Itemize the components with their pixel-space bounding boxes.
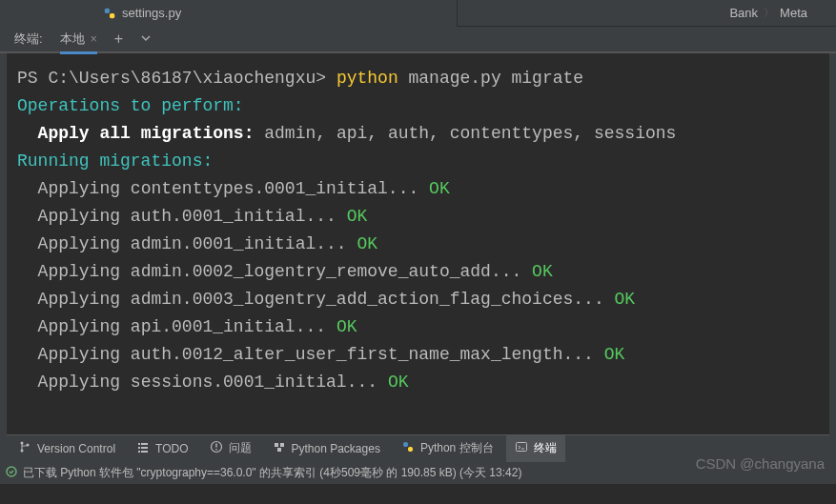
- python-file-icon: [103, 7, 116, 20]
- migration-line: Applying sessions.0001_initial...: [38, 373, 377, 392]
- toolbar-item-python-packages[interactable]: Python Packages: [264, 435, 389, 462]
- toolbar-item-label: 问题: [229, 440, 252, 456]
- breadcrumb-item[interactable]: Meta: [780, 6, 807, 20]
- terminal-panel-title: 终端:: [14, 30, 43, 48]
- branch-icon: [18, 440, 31, 456]
- new-terminal-button[interactable]: +: [114, 30, 123, 48]
- migration-status-ok: OK: [347, 207, 368, 226]
- svg-rect-5: [138, 443, 140, 445]
- download-complete-icon: [6, 466, 17, 480]
- left-gutter: [0, 53, 7, 454]
- toolbar-item-label: Python Packages: [292, 442, 380, 455]
- migration-line: Applying admin.0003_logentry_add_action_…: [38, 290, 604, 309]
- shell-prompt: PS C:\Users\86187\xiaochengxu>: [17, 69, 326, 88]
- migration-line: Applying admin.0002_logentry_remove_auto…: [38, 262, 522, 281]
- right-gutter: [829, 53, 836, 454]
- apply-all-targets: admin, api, auth, contenttypes, sessions: [264, 124, 676, 143]
- migration-status-ok: OK: [357, 234, 377, 253]
- svg-rect-12: [215, 444, 216, 448]
- migration-status-ok: OK: [388, 373, 409, 392]
- migration-line: Applying auth.0012_alter_user_first_name…: [38, 345, 594, 364]
- terminal-tool-strip: 终端: 本地 × +: [0, 27, 836, 53]
- svg-rect-15: [280, 443, 284, 447]
- editor-top-bar: settings.py Bank 〉 Meta: [0, 0, 836, 27]
- command-args: manage.py migrate: [409, 69, 584, 88]
- bottom-toolbar: Version ControlTODO问题Python PackagesPyth…: [0, 434, 836, 461]
- terminal-output[interactable]: PS C:\Users\86187\xiaochengxu> python ma…: [0, 53, 836, 434]
- migration-status-ok: OK: [429, 179, 450, 198]
- migration-status-ok: OK: [615, 290, 636, 309]
- terminal-dropdown-button[interactable]: [140, 30, 152, 48]
- terminal-icon: [515, 440, 528, 456]
- svg-rect-13: [215, 449, 216, 450]
- svg-rect-0: [105, 8, 110, 12]
- migration-line: Applying admin.0001_initial...: [38, 234, 347, 253]
- migration-line: Applying auth.0001_initial...: [38, 207, 336, 226]
- status-bar: 已下载 Python 软件包 "cryptography==36.0.0" 的共…: [0, 461, 836, 484]
- svg-rect-19: [516, 443, 526, 452]
- toolbar-item-todo[interactable]: TODO: [128, 435, 196, 462]
- python-icon: [401, 440, 415, 456]
- toolbar-item-label: TODO: [155, 442, 188, 455]
- svg-rect-9: [138, 451, 140, 453]
- svg-rect-10: [141, 451, 148, 453]
- breadcrumb-item[interactable]: Bank: [729, 6, 758, 20]
- migration-status-ok: OK: [604, 345, 625, 364]
- toolbar-item-label: Python 控制台: [420, 440, 494, 456]
- close-icon[interactable]: ×: [91, 32, 97, 46]
- svg-rect-14: [275, 443, 278, 447]
- migration-line: Applying contenttypes.0001_initial...: [38, 179, 419, 198]
- toolbar-item-label: Version Control: [37, 442, 115, 455]
- status-text: 已下载 Python 软件包 "cryptography==36.0.0" 的共…: [23, 465, 521, 481]
- migration-status-ok: OK: [336, 317, 357, 336]
- migration-line: Applying api.0001_initial...: [38, 317, 326, 336]
- chevron-right-icon: 〉: [764, 6, 774, 20]
- toolbar-item-label: 终端: [534, 440, 557, 456]
- svg-rect-18: [408, 447, 413, 452]
- svg-rect-16: [277, 448, 281, 452]
- toolbar-item-问题[interactable]: 问题: [201, 435, 260, 462]
- terminal-tab-local[interactable]: 本地 ×: [60, 28, 97, 54]
- packages-icon: [273, 440, 286, 456]
- toolbar-item-version-control[interactable]: Version Control: [10, 435, 124, 462]
- warning-icon: [210, 440, 223, 456]
- file-tab-label: settings.py: [122, 6, 181, 20]
- command-binary: python: [336, 69, 398, 88]
- svg-rect-17: [403, 442, 408, 447]
- migrate-heading-operations: Operations to perform:: [17, 92, 819, 120]
- svg-rect-6: [141, 443, 148, 445]
- migrate-heading-running: Running migrations:: [17, 148, 819, 175]
- breadcrumb[interactable]: Bank 〉 Meta: [729, 6, 836, 20]
- apply-all-label: Apply all migrations:: [38, 124, 255, 143]
- svg-rect-7: [138, 447, 140, 449]
- svg-rect-1: [110, 13, 114, 18]
- toolbar-item-终端[interactable]: 终端: [506, 435, 565, 462]
- list-icon: [136, 440, 150, 456]
- svg-rect-8: [141, 447, 148, 449]
- migration-status-ok: OK: [532, 262, 553, 281]
- file-tab-settings[interactable]: settings.py: [0, 0, 458, 27]
- toolbar-item-python-控制台[interactable]: Python 控制台: [393, 435, 502, 462]
- terminal-tab-label: 本地: [60, 30, 85, 48]
